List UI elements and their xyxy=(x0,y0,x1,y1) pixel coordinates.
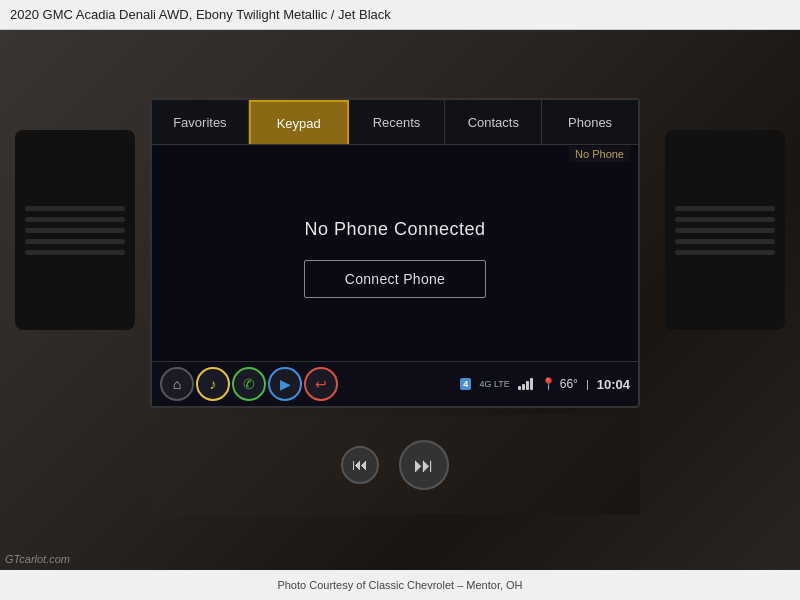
watermark: GTcarlot.com xyxy=(5,553,70,565)
vent-slot xyxy=(25,239,125,244)
location-temp: 📍 66° xyxy=(541,377,578,391)
phone-button[interactable]: ✆ xyxy=(232,367,266,401)
vent-slot xyxy=(25,228,125,233)
time-display: 10:04 xyxy=(597,377,630,392)
photo-frame: 2020 GMC Acadia Denali AWD, Ebony Twilig… xyxy=(0,0,800,600)
bottom-icon-group: ⌂ ♪ ✆ ▶ ↩ xyxy=(160,367,460,401)
vent-slot xyxy=(675,228,775,233)
location-icon: 📍 xyxy=(541,377,556,391)
photo-caption: Photo Courtesy of Classic Chevrolet – Me… xyxy=(0,570,800,600)
no-phone-connected-text: No Phone Connected xyxy=(304,219,485,240)
screen-content: No Phone Connected Connect Phone xyxy=(152,145,638,361)
rewind-button[interactable]: ⏮ xyxy=(341,446,379,484)
vent-slot xyxy=(675,250,775,255)
right-vent xyxy=(665,130,785,330)
vent-slot xyxy=(25,217,125,222)
vent-slot xyxy=(25,206,125,211)
bar4 xyxy=(530,378,533,390)
home-button[interactable]: ⌂ xyxy=(160,367,194,401)
connect-phone-button[interactable]: Connect Phone xyxy=(304,260,486,298)
tab-keypad[interactable]: Keypad xyxy=(249,100,349,144)
temperature: 66° xyxy=(560,377,578,391)
bar2 xyxy=(522,384,525,390)
bar3 xyxy=(526,381,529,390)
apps-button[interactable]: ↩ xyxy=(304,367,338,401)
navigation-button[interactable]: ▶ xyxy=(268,367,302,401)
tab-favorites[interactable]: Favorites xyxy=(152,100,249,144)
tab-recents[interactable]: Recents xyxy=(349,100,446,144)
separator: | xyxy=(586,378,589,390)
vent-slot xyxy=(675,206,775,211)
vent-slot xyxy=(25,250,125,255)
status-info: 4 4G LTE 📍 66° | 10:04 xyxy=(460,377,630,392)
signal-4g-badge: 4 xyxy=(460,378,471,390)
controls-area: ⏮ ⏭ xyxy=(150,415,640,515)
music-button[interactable]: ♪ xyxy=(196,367,230,401)
bottom-status-bar: ⌂ ♪ ✆ ▶ ↩ 4 4G LTE 📍 xyxy=(152,361,638,406)
dashboard-background: · · · · · · Favorites Keypad Recents Con… xyxy=(0,30,800,570)
vent-slot xyxy=(675,217,775,222)
infotainment-screen: Favorites Keypad Recents Contacts Phones… xyxy=(150,98,640,408)
signal-bars xyxy=(518,378,533,390)
car-color: Ebony Twilight Metallic / Jet Black xyxy=(196,7,391,22)
tab-contacts[interactable]: Contacts xyxy=(445,100,542,144)
tab-phones[interactable]: Phones xyxy=(542,100,638,144)
left-vent xyxy=(15,130,135,330)
no-phone-status: No Phone xyxy=(569,146,630,162)
tab-bar: Favorites Keypad Recents Contacts Phones xyxy=(152,100,638,145)
lte-label: 4G LTE xyxy=(479,379,509,389)
car-info-bar: 2020 GMC Acadia Denali AWD, Ebony Twilig… xyxy=(0,0,800,30)
play-pause-button[interactable]: ⏭ xyxy=(399,440,449,490)
vent-slot xyxy=(675,239,775,244)
car-title: 2020 GMC Acadia Denali AWD, xyxy=(10,7,192,22)
bar1 xyxy=(518,386,521,390)
